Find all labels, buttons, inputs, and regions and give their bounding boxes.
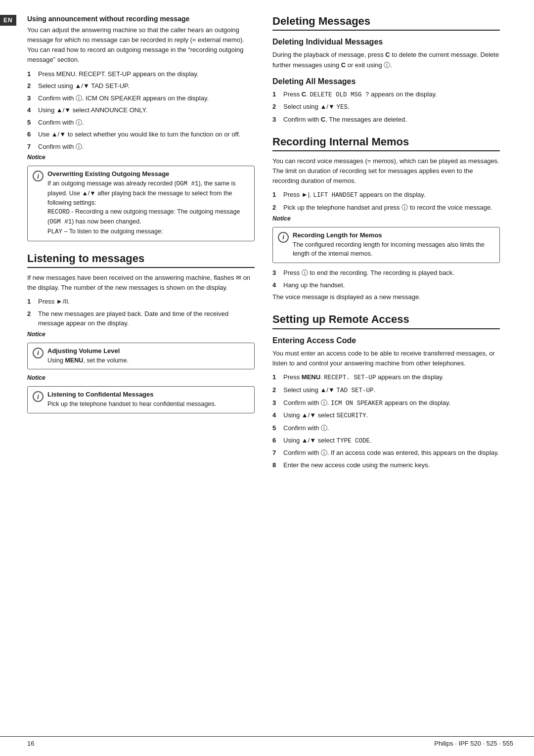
section-remote-access-title: Setting up Remote Access — [272, 313, 500, 329]
left-column: Using announcement without recording mes… — [27, 15, 255, 472]
section-announcement-intro: You can adjust the answering machine so … — [27, 25, 255, 65]
remote-step-8: Enter the new access code using the nume… — [272, 460, 500, 470]
notice-icon-volume: i — [33, 348, 44, 358]
remote-step-4: Using ▲/▼ select SECURITY. — [272, 410, 500, 421]
announcement-step-3: Confirm with ⓘ. ICM ON SPEAKER appears o… — [27, 93, 255, 103]
subsection-deleting-individual-title: Deleting Individual Messages — [272, 38, 500, 46]
remote-access-steps: Press MENU. RECEPT. SET-UP appears on th… — [272, 372, 500, 470]
notice-confidential: i Listening to Confidental Messages Pick… — [27, 386, 255, 413]
notice-overwriting-text: If an outgoing message was already recor… — [47, 179, 249, 237]
section-recording-memos-title: Recording Internal Memos — [272, 135, 500, 151]
deleting-individual-text: During the playback of message, press C … — [272, 50, 500, 70]
section-deleting-title: Deleting Messages — [272, 15, 500, 31]
listening-steps-list: Press ►/II. The new messages are played … — [27, 297, 255, 328]
brand-info: Philips · IPF 520 · 525 · 555 — [434, 740, 513, 747]
recording-memos-steps2: Press ⓘ to end the recording. The record… — [272, 268, 500, 290]
notice-recording-length: i Recording Length for Memos The configu… — [272, 227, 500, 264]
notice-overwriting-title: Overwriting Existing Outgoing Message — [47, 170, 249, 178]
announcement-step-6: Use ▲/▼ to select whether you would like… — [27, 130, 255, 139]
announcement-step-2: Select using ▲/▼ TAD SET-UP. — [27, 81, 255, 91]
announcement-step-7: Confirm with ⓘ. — [27, 142, 255, 152]
delete-all-step-2: Select using ▲/▼ YES. — [272, 102, 500, 112]
remote-step-6: Using ▲/▼ select TYPE CODE. — [272, 436, 500, 446]
notice-overwriting: i Overwriting Existing Outgoing Message … — [27, 166, 255, 241]
announcement-step-1: Press MENU. RECEPT. SET-UP appears on th… — [27, 69, 255, 79]
notice-conf-label: Notice — [27, 374, 255, 381]
notice-confidential-text: Pick up the telephone handset to hear co… — [47, 400, 249, 409]
right-column: Deleting Messages Deleting Individual Me… — [272, 15, 500, 472]
announcement-step-5: Confirm with ⓘ. — [27, 118, 255, 128]
remote-step-5: Confirm with ⓘ. — [272, 423, 500, 433]
remote-step-1: Press MENU. RECEPT. SET-UP appears on th… — [272, 372, 500, 383]
notice-volume-text: Using MENU, set the volume. — [47, 356, 249, 365]
remote-step-2: Select using ▲/▼ TAD SET-UP. — [272, 385, 500, 396]
listening-step-1: Press ►/II. — [27, 297, 255, 307]
subsection-deleting-all-title: Deleting All Messages — [272, 77, 500, 86]
notice-vol-label: Notice — [27, 331, 255, 338]
recording-memos-steps: Press ►|. LIFT HANDSET appears on the di… — [272, 190, 500, 212]
memos-step-4: Hang up the handset. — [272, 280, 500, 290]
section-listening-title: Listening to messages — [27, 252, 255, 268]
memos-step-3: Press ⓘ to end the recording. The record… — [272, 268, 500, 278]
memos-step-1: Press ►|. LIFT HANDSET appears on the di… — [272, 190, 500, 200]
delete-all-step-1: Press C. DELETE OLD MSG ? appears on the… — [272, 89, 500, 100]
notice-icon-confidential: i — [33, 391, 44, 402]
notice-volume-title: Adjusting Volume Level — [47, 347, 249, 355]
entering-access-intro: You must enter an access code to be able… — [272, 349, 500, 368]
deleting-all-steps: Press C. DELETE OLD MSG ? appears on the… — [272, 89, 500, 125]
section-announcement-title: Using announcement without recording mes… — [27, 15, 255, 23]
notice-confidential-title: Listening to Confidental Messages — [47, 391, 249, 398]
notice-memos-label: Notice — [272, 215, 500, 222]
remote-step-7: Confirm with ⓘ. If an access code was en… — [272, 448, 500, 458]
subsection-entering-access-title: Entering Access Code — [272, 336, 500, 345]
notice-recording-length-title: Recording Length for Memos — [293, 231, 494, 239]
en-badge: EN — [0, 15, 16, 26]
page-footer: 16 Philips · IPF 520 · 525 · 555 — [0, 736, 534, 747]
recording-memos-intro: You can record voice messages (= memos),… — [272, 156, 500, 186]
notice1-label: Notice — [27, 154, 255, 161]
section-listening-intro: If new messages have been received on th… — [27, 273, 255, 293]
notice-recording-length-text: The configured recording length for inco… — [293, 240, 494, 259]
remote-step-3: Confirm with ⓘ. ICM ON SPEAKER appears o… — [272, 398, 500, 408]
notice-volume: i Adjusting Volume Level Using MENU, set… — [27, 343, 255, 370]
memos-footer-text: The voice message is displayed as a new … — [272, 292, 500, 302]
listening-step-2: The new messages are played back. Date a… — [27, 309, 255, 328]
notice-icon-recording-length: i — [278, 232, 289, 243]
page-container: EN Using announcement without recording … — [0, 0, 534, 756]
notice-icon-overwriting: i — [33, 171, 44, 181]
announcement-step-4: Using ▲/▼ select ANNOUNCE ONLY. — [27, 105, 255, 115]
page-number: 16 — [27, 740, 34, 747]
delete-all-step-3: Confirm with C. The messages are deleted… — [272, 115, 500, 125]
memos-step-2: Pick up the telephone handset and press … — [272, 203, 500, 213]
announcement-steps-list: Press MENU. RECEPT. SET-UP appears on th… — [27, 69, 255, 152]
